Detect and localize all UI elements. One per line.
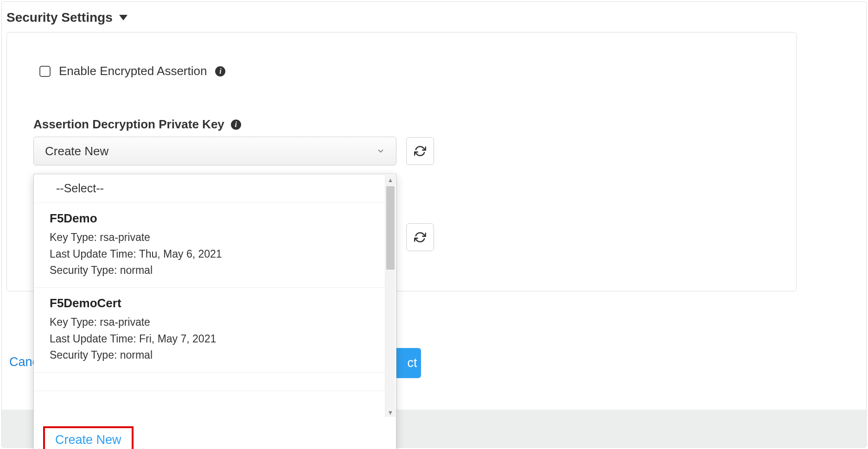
next-button[interactable]: ct [394,348,421,378]
scrollbar[interactable]: ▲ ▼ [385,175,395,417]
meta-value: normal [120,264,153,276]
assertion-key-dropdown: --Select-- F5Demo Key Type: rsa-private … [33,174,396,449]
create-new-option[interactable]: Create New [43,426,134,449]
dropdown-option-placeholder[interactable]: --Select-- [34,174,396,203]
dropdown-option-f5democert[interactable]: F5DemoCert Key Type: rsa-private Last Up… [34,288,396,373]
meta-value: rsa-private [100,231,150,243]
meta-label: Last Update Time: [50,248,136,260]
option-meta: Key Type: rsa-private [50,314,380,331]
meta-label: Key Type: [50,231,97,243]
caret-down-icon [119,15,128,20]
option-meta: Key Type: rsa-private [50,229,380,246]
meta-value: Thu, May 6, 2021 [139,248,222,260]
create-new-label: Create New [55,433,121,447]
assertion-key-label: Assertion Decryption Private Key [33,117,224,132]
dropdown-scroll-area: --Select-- F5Demo Key Type: rsa-private … [34,174,396,420]
scrollbar-thumb[interactable] [386,186,395,270]
scroll-down-arrow-icon[interactable]: ▼ [385,408,396,417]
refresh-icon [414,231,426,243]
info-icon[interactable] [215,66,225,76]
info-icon[interactable] [231,120,241,130]
scroll-up-arrow-icon[interactable]: ▲ [385,175,396,184]
dropdown-option-truncated[interactable] [34,373,396,391]
option-name-truncated [50,375,380,390]
option-name: F5DemoCert [50,296,380,310]
enable-encrypted-assertion-label: Enable Encrypted Assertion [59,64,207,78]
option-meta: Security Type: normal [50,262,380,279]
dropdown-placeholder-label: --Select-- [56,182,104,195]
refresh-button[interactable] [406,223,434,251]
section-header[interactable]: Security Settings [6,10,128,25]
assertion-key-selected-value: Create New [45,144,108,158]
next-button-fragment: ct [407,356,417,370]
enable-encrypted-assertion-row: Enable Encrypted Assertion [39,64,225,78]
meta-label: Security Type: [50,264,117,276]
meta-value: rsa-private [100,316,150,328]
assertion-key-select[interactable]: Create New [33,137,396,165]
meta-label: Security Type: [50,349,117,361]
assertion-key-label-row: Assertion Decryption Private Key [33,117,241,132]
refresh-icon [414,145,426,157]
option-meta: Security Type: normal [50,347,380,364]
chevron-down-icon [377,144,385,158]
dropdown-footer: Create New [34,420,396,449]
dropdown-option-f5demo[interactable]: F5Demo Key Type: rsa-private Last Update… [34,203,396,288]
meta-label: Last Update Time: [50,333,136,345]
meta-value: Fri, May 7, 2021 [139,333,216,345]
option-meta: Last Update Time: Thu, May 6, 2021 [50,246,380,263]
enable-encrypted-assertion-checkbox[interactable] [39,66,51,77]
option-meta: Last Update Time: Fri, May 7, 2021 [50,331,380,348]
meta-label: Key Type: [50,316,97,328]
section-title: Security Settings [6,10,113,25]
refresh-button[interactable] [406,137,434,165]
meta-value: normal [120,349,153,361]
option-name: F5Demo [50,211,380,226]
